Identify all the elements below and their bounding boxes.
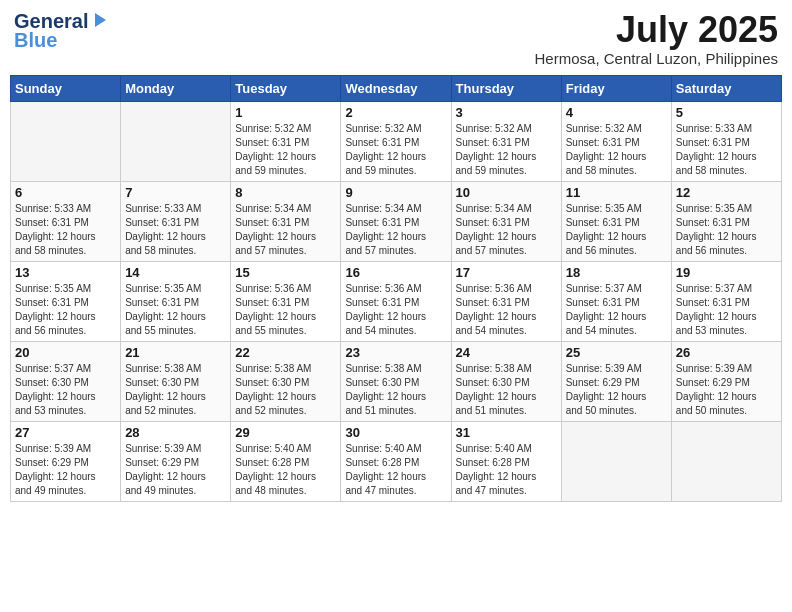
calendar-cell-w5-d3: 29Sunrise: 5:40 AM Sunset: 6:28 PM Dayli… [231, 421, 341, 501]
day-info: Sunrise: 5:32 AM Sunset: 6:31 PM Dayligh… [456, 122, 557, 178]
location: Hermosa, Central Luzon, Philippines [535, 50, 778, 67]
calendar-cell-w1-d2 [121, 101, 231, 181]
day-info: Sunrise: 5:37 AM Sunset: 6:31 PM Dayligh… [676, 282, 777, 338]
day-number: 2 [345, 105, 446, 120]
header-saturday: Saturday [671, 75, 781, 101]
day-info: Sunrise: 5:33 AM Sunset: 6:31 PM Dayligh… [125, 202, 226, 258]
calendar-cell-w5-d7 [671, 421, 781, 501]
calendar-cell-w3-d2: 14Sunrise: 5:35 AM Sunset: 6:31 PM Dayli… [121, 261, 231, 341]
calendar-cell-w4-d4: 23Sunrise: 5:38 AM Sunset: 6:30 PM Dayli… [341, 341, 451, 421]
header-tuesday: Tuesday [231, 75, 341, 101]
calendar-cell-w3-d5: 17Sunrise: 5:36 AM Sunset: 6:31 PM Dayli… [451, 261, 561, 341]
logo-triangle-icon [90, 11, 108, 29]
day-number: 9 [345, 185, 446, 200]
day-number: 8 [235, 185, 336, 200]
day-number: 21 [125, 345, 226, 360]
page-header: General Blue July 2025 Hermosa, Central … [10, 10, 782, 67]
calendar-cell-w1-d1 [11, 101, 121, 181]
day-info: Sunrise: 5:40 AM Sunset: 6:28 PM Dayligh… [456, 442, 557, 498]
day-number: 23 [345, 345, 446, 360]
calendar-cell-w2-d1: 6Sunrise: 5:33 AM Sunset: 6:31 PM Daylig… [11, 181, 121, 261]
day-info: Sunrise: 5:35 AM Sunset: 6:31 PM Dayligh… [125, 282, 226, 338]
calendar-cell-w4-d6: 25Sunrise: 5:39 AM Sunset: 6:29 PM Dayli… [561, 341, 671, 421]
calendar-cell-w3-d1: 13Sunrise: 5:35 AM Sunset: 6:31 PM Dayli… [11, 261, 121, 341]
day-info: Sunrise: 5:37 AM Sunset: 6:30 PM Dayligh… [15, 362, 116, 418]
day-number: 17 [456, 265, 557, 280]
logo: General Blue [14, 10, 108, 52]
calendar-cell-w2-d6: 11Sunrise: 5:35 AM Sunset: 6:31 PM Dayli… [561, 181, 671, 261]
day-info: Sunrise: 5:33 AM Sunset: 6:31 PM Dayligh… [676, 122, 777, 178]
calendar-cell-w5-d1: 27Sunrise: 5:39 AM Sunset: 6:29 PM Dayli… [11, 421, 121, 501]
calendar-cell-w3-d4: 16Sunrise: 5:36 AM Sunset: 6:31 PM Dayli… [341, 261, 451, 341]
day-info: Sunrise: 5:36 AM Sunset: 6:31 PM Dayligh… [345, 282, 446, 338]
day-number: 19 [676, 265, 777, 280]
day-info: Sunrise: 5:34 AM Sunset: 6:31 PM Dayligh… [456, 202, 557, 258]
day-info: Sunrise: 5:36 AM Sunset: 6:31 PM Dayligh… [235, 282, 336, 338]
day-number: 1 [235, 105, 336, 120]
day-info: Sunrise: 5:35 AM Sunset: 6:31 PM Dayligh… [566, 202, 667, 258]
calendar-cell-w2-d3: 8Sunrise: 5:34 AM Sunset: 6:31 PM Daylig… [231, 181, 341, 261]
day-info: Sunrise: 5:36 AM Sunset: 6:31 PM Dayligh… [456, 282, 557, 338]
day-info: Sunrise: 5:38 AM Sunset: 6:30 PM Dayligh… [345, 362, 446, 418]
day-info: Sunrise: 5:39 AM Sunset: 6:29 PM Dayligh… [676, 362, 777, 418]
day-info: Sunrise: 5:35 AM Sunset: 6:31 PM Dayligh… [676, 202, 777, 258]
day-number: 27 [15, 425, 116, 440]
calendar-week-4: 20Sunrise: 5:37 AM Sunset: 6:30 PM Dayli… [11, 341, 782, 421]
calendar-week-1: 1Sunrise: 5:32 AM Sunset: 6:31 PM Daylig… [11, 101, 782, 181]
day-info: Sunrise: 5:32 AM Sunset: 6:31 PM Dayligh… [566, 122, 667, 178]
day-number: 25 [566, 345, 667, 360]
day-number: 3 [456, 105, 557, 120]
calendar-cell-w4-d1: 20Sunrise: 5:37 AM Sunset: 6:30 PM Dayli… [11, 341, 121, 421]
calendar-cell-w3-d3: 15Sunrise: 5:36 AM Sunset: 6:31 PM Dayli… [231, 261, 341, 341]
calendar-cell-w4-d2: 21Sunrise: 5:38 AM Sunset: 6:30 PM Dayli… [121, 341, 231, 421]
day-info: Sunrise: 5:32 AM Sunset: 6:31 PM Dayligh… [235, 122, 336, 178]
header-friday: Friday [561, 75, 671, 101]
day-info: Sunrise: 5:34 AM Sunset: 6:31 PM Dayligh… [345, 202, 446, 258]
calendar-cell-w5-d5: 31Sunrise: 5:40 AM Sunset: 6:28 PM Dayli… [451, 421, 561, 501]
calendar-cell-w4-d7: 26Sunrise: 5:39 AM Sunset: 6:29 PM Dayli… [671, 341, 781, 421]
calendar-week-2: 6Sunrise: 5:33 AM Sunset: 6:31 PM Daylig… [11, 181, 782, 261]
calendar-cell-w4-d5: 24Sunrise: 5:38 AM Sunset: 6:30 PM Dayli… [451, 341, 561, 421]
calendar-week-5: 27Sunrise: 5:39 AM Sunset: 6:29 PM Dayli… [11, 421, 782, 501]
calendar-cell-w5-d4: 30Sunrise: 5:40 AM Sunset: 6:28 PM Dayli… [341, 421, 451, 501]
day-info: Sunrise: 5:39 AM Sunset: 6:29 PM Dayligh… [15, 442, 116, 498]
day-info: Sunrise: 5:32 AM Sunset: 6:31 PM Dayligh… [345, 122, 446, 178]
day-number: 24 [456, 345, 557, 360]
day-number: 11 [566, 185, 667, 200]
day-number: 22 [235, 345, 336, 360]
day-number: 14 [125, 265, 226, 280]
day-info: Sunrise: 5:38 AM Sunset: 6:30 PM Dayligh… [235, 362, 336, 418]
day-info: Sunrise: 5:38 AM Sunset: 6:30 PM Dayligh… [456, 362, 557, 418]
day-number: 7 [125, 185, 226, 200]
day-number: 13 [15, 265, 116, 280]
day-info: Sunrise: 5:37 AM Sunset: 6:31 PM Dayligh… [566, 282, 667, 338]
calendar-header-row: Sunday Monday Tuesday Wednesday Thursday… [11, 75, 782, 101]
day-number: 12 [676, 185, 777, 200]
calendar-cell-w1-d6: 4Sunrise: 5:32 AM Sunset: 6:31 PM Daylig… [561, 101, 671, 181]
day-info: Sunrise: 5:39 AM Sunset: 6:29 PM Dayligh… [125, 442, 226, 498]
day-info: Sunrise: 5:33 AM Sunset: 6:31 PM Dayligh… [15, 202, 116, 258]
calendar-cell-w3-d7: 19Sunrise: 5:37 AM Sunset: 6:31 PM Dayli… [671, 261, 781, 341]
header-wednesday: Wednesday [341, 75, 451, 101]
calendar-cell-w1-d5: 3Sunrise: 5:32 AM Sunset: 6:31 PM Daylig… [451, 101, 561, 181]
day-number: 5 [676, 105, 777, 120]
day-number: 16 [345, 265, 446, 280]
day-info: Sunrise: 5:40 AM Sunset: 6:28 PM Dayligh… [345, 442, 446, 498]
calendar-cell-w2-d5: 10Sunrise: 5:34 AM Sunset: 6:31 PM Dayli… [451, 181, 561, 261]
day-number: 10 [456, 185, 557, 200]
day-info: Sunrise: 5:39 AM Sunset: 6:29 PM Dayligh… [566, 362, 667, 418]
day-info: Sunrise: 5:40 AM Sunset: 6:28 PM Dayligh… [235, 442, 336, 498]
calendar-table: Sunday Monday Tuesday Wednesday Thursday… [10, 75, 782, 502]
day-info: Sunrise: 5:35 AM Sunset: 6:31 PM Dayligh… [15, 282, 116, 338]
calendar-cell-w2-d4: 9Sunrise: 5:34 AM Sunset: 6:31 PM Daylig… [341, 181, 451, 261]
header-monday: Monday [121, 75, 231, 101]
calendar-cell-w5-d6 [561, 421, 671, 501]
calendar-cell-w2-d7: 12Sunrise: 5:35 AM Sunset: 6:31 PM Dayli… [671, 181, 781, 261]
day-number: 29 [235, 425, 336, 440]
month-year: July 2025 [535, 10, 778, 50]
calendar-cell-w5-d2: 28Sunrise: 5:39 AM Sunset: 6:29 PM Dayli… [121, 421, 231, 501]
day-number: 30 [345, 425, 446, 440]
day-number: 6 [15, 185, 116, 200]
header-sunday: Sunday [11, 75, 121, 101]
header-thursday: Thursday [451, 75, 561, 101]
